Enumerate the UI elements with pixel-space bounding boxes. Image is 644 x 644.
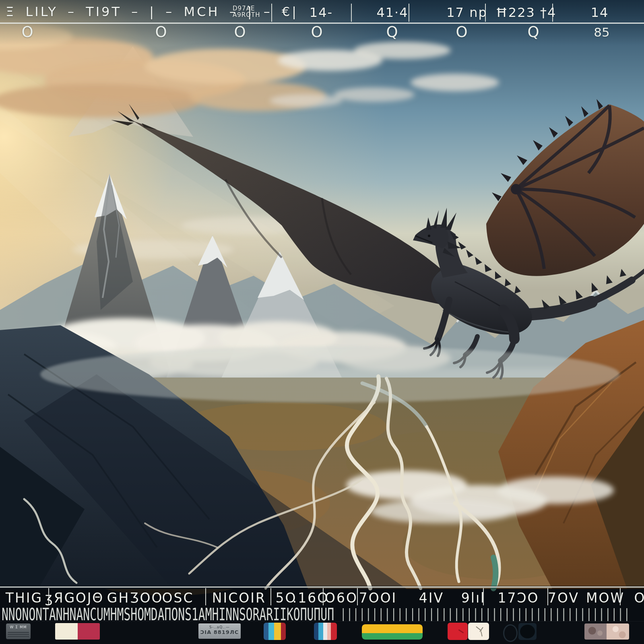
subtitle-line2: A9ROTH bbox=[233, 12, 260, 18]
top-field-5: 14 bbox=[591, 5, 609, 20]
red-swatch[interactable] bbox=[448, 623, 468, 640]
indicator-circle-2[interactable]: O bbox=[155, 23, 167, 41]
status-item: ʒЯG bbox=[45, 590, 76, 606]
yellow-green-swatch[interactable] bbox=[362, 624, 423, 640]
top-field-1: 14- bbox=[310, 5, 333, 20]
indicator-circle-4[interactable]: O bbox=[311, 23, 322, 41]
valley-haze bbox=[40, 346, 620, 402]
blue-stripe bbox=[264, 623, 268, 640]
cream-red-swatch[interactable] bbox=[55, 623, 100, 640]
counter-value: 85 bbox=[594, 25, 609, 39]
red-stripe bbox=[331, 623, 337, 640]
display-line1: S-..aQ..— bbox=[198, 625, 241, 629]
yellow-band bbox=[362, 624, 423, 633]
dark-circle-swatch[interactable] bbox=[518, 623, 537, 640]
status-item: .16O bbox=[293, 590, 329, 606]
status-item: OIR bbox=[239, 590, 266, 606]
pink-stripe bbox=[327, 623, 331, 640]
green-band bbox=[362, 633, 423, 640]
top-divider bbox=[271, 4, 272, 22]
mauve-floral-panel bbox=[584, 623, 607, 640]
status-item: 4IV bbox=[419, 590, 444, 606]
indicator-circle-1[interactable]: O bbox=[21, 23, 33, 41]
top-divider bbox=[409, 4, 409, 22]
status-item: O bbox=[634, 590, 644, 606]
tricolor-stripe-swatch[interactable] bbox=[264, 623, 286, 640]
status-item: OJΘ bbox=[76, 590, 104, 606]
floral-swatch[interactable] bbox=[584, 623, 629, 640]
status-divider bbox=[270, 588, 271, 605]
taskbar: W Σ MM S-..aQ..— ƆIA 8819ЛC bbox=[0, 621, 644, 644]
dark-circle bbox=[520, 625, 535, 638]
display-line2: ƆIA 8819ЛC bbox=[198, 629, 241, 635]
screenshot-root: Ξ LILY – TI9T – | – MCH – | – €| D97AE A… bbox=[0, 0, 644, 644]
info-display-swatch[interactable]: S-..aQ..— ƆIA 8819ЛC bbox=[198, 623, 241, 639]
top-field-2: 41·4 bbox=[376, 5, 408, 20]
status-item: ƷOO bbox=[130, 590, 163, 606]
status-divider bbox=[205, 588, 206, 605]
top-field-3: 17 np bbox=[446, 5, 487, 20]
status-item: GH bbox=[107, 590, 130, 606]
cyan-stripe bbox=[268, 623, 274, 640]
top-field-4: Ħ223 †4 bbox=[496, 5, 557, 20]
dragon-landscape-illustration bbox=[0, 0, 644, 644]
indicator-circle-3[interactable]: O bbox=[234, 23, 246, 41]
status-item: OSC bbox=[162, 590, 194, 606]
crimson-panel bbox=[78, 623, 100, 640]
indicator-circle-6[interactable]: O bbox=[456, 23, 467, 41]
mini-monitor-swatch[interactable]: W Σ MM bbox=[6, 623, 31, 639]
top-bar-subtitle: D97AE A9ROTH bbox=[233, 5, 260, 18]
cream-panel bbox=[55, 623, 78, 640]
clock-hand bbox=[481, 631, 483, 636]
ring-outline-icon[interactable] bbox=[503, 624, 518, 642]
red-swatch-mark bbox=[458, 629, 464, 633]
subtitle-line1: D97AE bbox=[233, 5, 260, 12]
top-divider bbox=[351, 4, 352, 22]
status-item: 17ƆO bbox=[497, 590, 539, 606]
darkred-stripe bbox=[281, 623, 286, 640]
flag-stripe-swatch[interactable] bbox=[314, 623, 337, 640]
status-item: MOW bbox=[586, 590, 625, 606]
indicator-circle-5[interactable]: Q bbox=[386, 23, 398, 41]
mini-monitor-grid bbox=[8, 632, 29, 638]
indicator-circle-7[interactable]: Q bbox=[527, 23, 539, 41]
status-item: NIC bbox=[212, 590, 239, 606]
rose-floral-panel bbox=[607, 623, 629, 640]
status-item: 7OV bbox=[548, 590, 579, 606]
white-stripe bbox=[323, 623, 327, 640]
status-item: 9lıl bbox=[461, 590, 486, 606]
white-clock-swatch[interactable] bbox=[468, 623, 489, 640]
ruler-tick-strip: ||||||||||||||||||||||||||||||||||||||||… bbox=[340, 606, 630, 623]
status-item: O6O bbox=[325, 590, 358, 606]
status-bar-rule bbox=[0, 586, 644, 588]
status-item: THIG bbox=[6, 590, 43, 606]
navy-stripe bbox=[314, 623, 318, 640]
yellow-stripe bbox=[274, 623, 281, 640]
status-item: 7OOI bbox=[359, 590, 397, 606]
cyan-stripe bbox=[318, 623, 323, 640]
mini-monitor-text: W Σ MM bbox=[6, 625, 31, 629]
